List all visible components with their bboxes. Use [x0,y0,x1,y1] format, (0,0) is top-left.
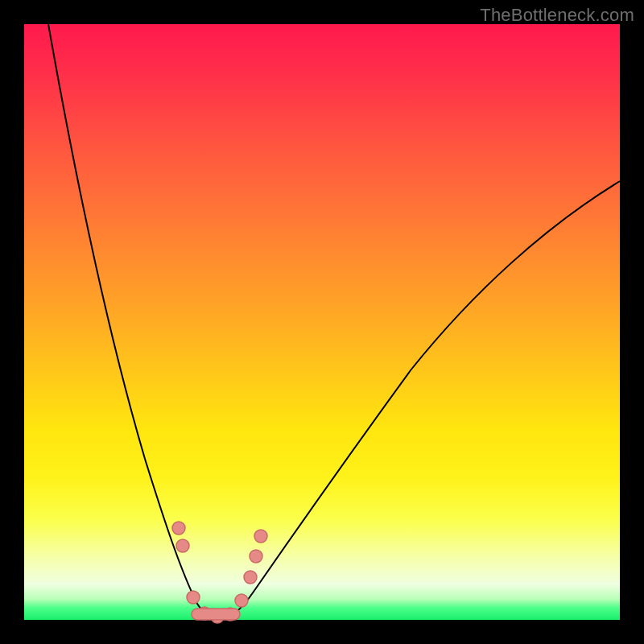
marker-dot [187,591,200,604]
chart-frame: TheBottleneck.com [0,0,644,644]
watermark-text: TheBottleneck.com [480,5,634,26]
marker-dot [250,550,262,563]
marker-dot [244,571,257,584]
optimum-markers [172,522,267,623]
bottleneck-curve-right [217,181,620,619]
marker-dot [235,594,248,607]
marker-dot [254,530,267,543]
bottleneck-curve-left [48,24,217,619]
plot-area [24,24,620,620]
marker-dot [172,522,185,535]
marker-dot [176,539,189,552]
curve-layer [24,24,620,620]
marker-bar [192,609,240,620]
